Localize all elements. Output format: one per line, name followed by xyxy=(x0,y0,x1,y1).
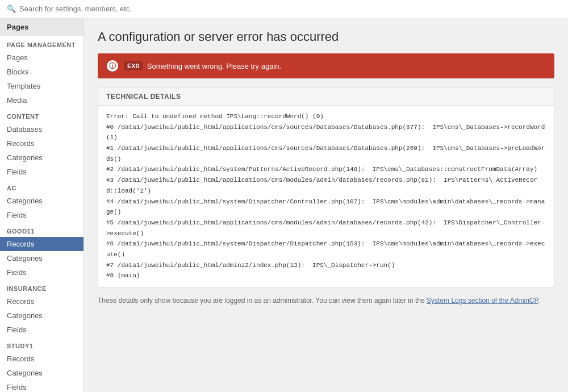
footer-admin-link[interactable]: System Logs section of the AdminCP xyxy=(427,297,538,305)
sidebar-section-insurance: INSURANCE xyxy=(0,280,83,294)
page-title: A configuration or server error has occu… xyxy=(98,30,554,44)
error-icon: ⓘ xyxy=(107,60,118,72)
error-code: EX0 xyxy=(124,61,143,70)
sidebar-item-records-content[interactable]: Records xyxy=(0,136,83,151)
tech-details-body: Error: Call to undefined method IPS\Lang… xyxy=(98,106,554,287)
sidebar-item-fields-content[interactable]: Fields xyxy=(0,165,83,179)
sidebar-item-categories-good11[interactable]: Categories xyxy=(0,251,83,265)
error-banner: ⓘ EX0 Something went wrong. Please try a… xyxy=(98,53,554,78)
sidebar-item-categories-content[interactable]: Categories xyxy=(0,151,83,165)
sidebar-item-fields-insurance[interactable]: Fields xyxy=(0,323,83,337)
sidebar-item-categories-ac[interactable]: Categories xyxy=(0,194,83,208)
top-bar: 🔍 xyxy=(0,0,568,18)
sidebar-item-templates[interactable]: Templates xyxy=(0,79,83,93)
tech-details-header: TECHNICAL DETAILS xyxy=(98,88,554,106)
main-content: A configuration or server error has occu… xyxy=(84,18,568,392)
sidebar-section-ac: AC xyxy=(0,179,83,194)
sidebar-item-pages[interactable]: Pages xyxy=(0,51,83,65)
sidebar-section-content: CONTENT xyxy=(0,107,83,122)
tech-details-box: TECHNICAL DETAILS Error: Call to undefin… xyxy=(98,87,554,287)
error-message: Something went wrong. Please try again. xyxy=(147,62,281,70)
sidebar-item-fields-ac[interactable]: Fields xyxy=(0,208,83,222)
sidebar-item-categories-insurance[interactable]: Categories xyxy=(0,308,83,323)
sidebar-item-blocks[interactable]: Blocks xyxy=(0,65,83,79)
footer-note: These details only show because you are … xyxy=(98,297,554,305)
sidebar-item-records-study1[interactable]: Records xyxy=(0,352,83,366)
sidebar-title: Pages xyxy=(0,18,83,36)
sidebar-item-media[interactable]: Media xyxy=(0,93,83,107)
footer-note-text: These details only show because you are … xyxy=(98,297,425,305)
sidebar-section-study1: STUDY1 xyxy=(0,337,83,352)
sidebar-item-databases[interactable]: Databases xyxy=(0,122,83,136)
sidebar-item-categories-study1[interactable]: Categories xyxy=(0,366,83,380)
sidebar: Pages PAGE MANAGEMENTPagesBlocksTemplate… xyxy=(0,18,84,392)
sidebar-section-good11: GOOD11 xyxy=(0,222,83,237)
sidebar-item-records-good11[interactable]: Records xyxy=(0,237,83,251)
sidebar-item-records-insurance[interactable]: Records xyxy=(0,294,83,308)
search-icon: 🔍 xyxy=(7,5,16,13)
sidebar-item-fields-good11[interactable]: Fields xyxy=(0,265,83,280)
search-input[interactable] xyxy=(19,5,161,13)
sidebar-section-page-management: PAGE MANAGEMENT xyxy=(0,36,83,51)
sidebar-item-fields-study1[interactable]: Fields xyxy=(0,380,83,392)
